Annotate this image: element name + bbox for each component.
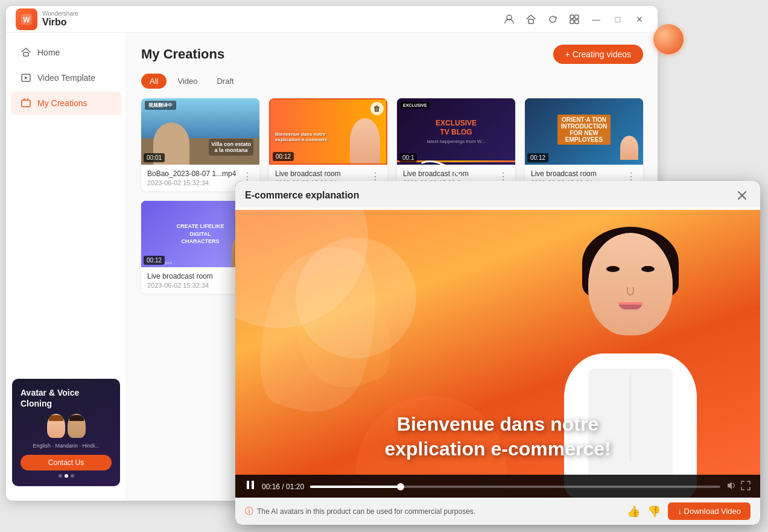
- volume-icon[interactable]: [726, 481, 736, 492]
- create-videos-button[interactable]: + Creating videos: [553, 45, 643, 64]
- video-name-5: Live broadcast room: [147, 272, 241, 280]
- video-duration-2: 00:12: [273, 152, 294, 161]
- sidebar-ad-languages: English · Mandarin · Hindi...: [21, 443, 112, 449]
- sidebar: Home Video Template My C: [6, 33, 127, 501]
- sidebar-ad-title: Avatar & Voice Cloning: [21, 387, 112, 409]
- filter-tab-video[interactable]: Video: [169, 74, 206, 89]
- sidebar-item-video-template-label: Video Template: [37, 73, 95, 83]
- video-date-1: 2023-06-02 15:32:34: [147, 179, 241, 186]
- dot-2: [65, 474, 68, 478]
- avatar-face: [588, 233, 673, 335]
- svg-rect-10: [22, 100, 30, 107]
- title-bar-right: — □ ✕: [501, 11, 648, 28]
- svg-rect-14: [247, 481, 249, 489]
- title-bar-left: W Wondershare Virbo: [16, 8, 78, 30]
- close-button[interactable]: ✕: [631, 11, 648, 28]
- exclusive-badge: EXCLUSIVE: [401, 102, 430, 109]
- video-duration-1: 00:01: [144, 153, 165, 162]
- sidebar-ad-contact-button[interactable]: Contact Us: [21, 455, 112, 470]
- fullscreen-icon[interactable]: [741, 481, 751, 492]
- player-footer: ⓘ The AI avatars in this product can be …: [235, 498, 760, 525]
- player-title: E-commerce explanation: [245, 190, 359, 201]
- page-title: My Creations: [141, 46, 224, 62]
- sidebar-item-my-creations-label: My Creations: [37, 98, 87, 108]
- orange-ball-decoration: [653, 24, 684, 54]
- video-card-4[interactable]: ORIENT·A TIONINTRODUCTIONFOR NEWEMPLOYEE…: [525, 98, 643, 191]
- sidebar-item-home-label: Home: [37, 48, 60, 57]
- dot-1: [59, 474, 62, 478]
- video-thumb-3: EXCLUSIVE EXCLUSIVETV BLOG latest happen…: [397, 98, 515, 165]
- video-template-icon: [21, 72, 31, 83]
- video-date-5: 2023-06-02 15:32:34: [147, 282, 241, 289]
- svg-rect-5: [575, 15, 579, 19]
- player-header: E-commerce explanation: [235, 181, 760, 210]
- player-close-button[interactable]: [734, 187, 751, 204]
- sidebar-ad-pagination: [21, 474, 112, 478]
- video-name-2: Live broadcast room: [275, 169, 369, 178]
- video-card-3[interactable]: EXCLUSIVE EXCLUSIVETV BLOG latest happen…: [397, 98, 515, 191]
- progress-dot: [397, 483, 404, 490]
- home-icon: [21, 47, 31, 58]
- app-logo: W: [16, 8, 37, 30]
- my-creations-icon: [21, 98, 31, 109]
- video-duration-3: 00:1: [399, 153, 417, 162]
- thumbs-up-icon[interactable]: 👍: [627, 505, 640, 518]
- video-name-3: Live broadcast room: [403, 169, 497, 178]
- svg-rect-8: [24, 52, 28, 56]
- footer-info: ⓘ The AI avatars in this product can be …: [245, 506, 475, 517]
- svg-text:W: W: [23, 16, 30, 24]
- thumbs-down-icon[interactable]: 👎: [647, 505, 661, 518]
- home-icon-button[interactable]: [522, 11, 539, 28]
- sidebar-item-my-creations[interactable]: My Creations: [11, 92, 121, 115]
- user-icon-button[interactable]: [501, 11, 518, 28]
- svg-rect-7: [575, 20, 579, 24]
- app-name-top: Wondershare: [42, 10, 78, 17]
- footer-info-text: The AI avatars in this product can be us…: [257, 507, 475, 516]
- content-header: My Creations + Creating videos: [141, 45, 643, 64]
- video-delete-2[interactable]: 🗑: [370, 102, 384, 115]
- video-duration-5: 00:12: [144, 256, 165, 265]
- sidebar-ad-avatars: [21, 414, 112, 438]
- video-thumb-overlay-2: 🗑: [370, 102, 384, 115]
- app-name-bottom: Virbo: [42, 17, 78, 28]
- maximize-button[interactable]: □: [609, 11, 626, 28]
- refresh-icon-button[interactable]: [544, 11, 561, 28]
- sidebar-item-video-template[interactable]: Video Template: [11, 66, 121, 89]
- minimize-button[interactable]: —: [588, 11, 605, 28]
- progress-fill: [310, 486, 401, 488]
- grid-icon-button[interactable]: [566, 11, 583, 28]
- video-duration-4: 00:12: [527, 153, 548, 162]
- video-thumb-1: 视频翻译中 Villa con estatoa la montana 00:01: [141, 98, 259, 165]
- svg-rect-4: [570, 15, 574, 19]
- video-player-overlay: E-commerce explanation: [235, 181, 760, 525]
- sidebar-ad: Avatar & Voice Cloning English · Mandari…: [12, 379, 120, 486]
- video-meta-5: Live broadcast room 2023-06-02 15:32:34: [147, 272, 241, 289]
- pause-button[interactable]: [245, 480, 256, 493]
- download-video-button[interactable]: ↓ Download Video: [668, 502, 751, 520]
- app-name: Wondershare Virbo: [42, 10, 78, 28]
- filter-tab-draft[interactable]: Draft: [208, 74, 242, 89]
- svg-rect-6: [570, 20, 574, 24]
- video-card-1[interactable]: 视频翻译中 Villa con estatoa la montana 00:01…: [141, 98, 259, 191]
- player-controls: 00:16 / 01:20: [235, 475, 760, 498]
- video-card-2[interactable]: Bienvenue dans notre explication e-comme…: [269, 98, 387, 191]
- sidebar-item-home[interactable]: Home: [11, 41, 121, 64]
- player-video-area: Bienvenue dans notre explication e-comme…: [235, 207, 760, 498]
- svg-rect-3: [528, 19, 533, 24]
- svg-rect-15: [252, 481, 254, 489]
- footer-actions: 👍 👎 ↓ Download Video: [627, 502, 751, 520]
- title-bar: W Wondershare Virbo: [6, 6, 658, 33]
- progress-bar[interactable]: [310, 486, 720, 488]
- video-name-1: BoBao_2023-08-07 1...mp4: [147, 169, 241, 178]
- video-meta-1: BoBao_2023-08-07 1...mp4 2023-06-02 15:3…: [147, 169, 241, 186]
- control-icons: [726, 481, 751, 492]
- info-icon: ⓘ: [245, 506, 253, 517]
- player-subtitle: Bienvenue dans notre explication e-comme…: [262, 412, 734, 462]
- time-display: 00:16 / 01:20: [262, 483, 304, 491]
- video-thumb-2: Bienvenue dans notre explication e-comme…: [269, 98, 387, 165]
- video-thumb-4: ORIENT·A TIONINTRODUCTIONFOR NEWEMPLOYEE…: [525, 98, 643, 165]
- dot-3: [71, 474, 74, 478]
- video-name-4: Live broadcast room: [531, 169, 625, 178]
- filter-tabs: All Video Draft: [141, 74, 643, 89]
- filter-tab-all[interactable]: All: [141, 74, 167, 89]
